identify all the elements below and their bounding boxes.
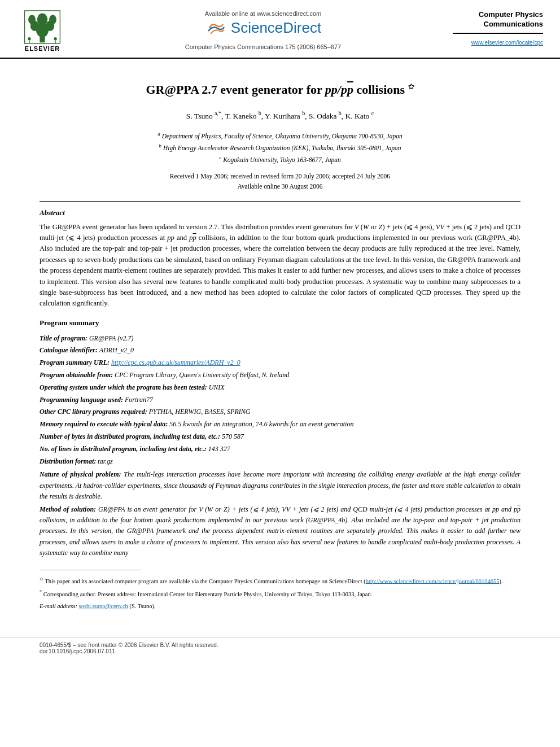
program-summary-heading: Program summary bbox=[40, 318, 520, 327]
header-right: Computer Physics Communications www.else… bbox=[453, 10, 543, 46]
received-dates: Received 1 May 2006; received in revised… bbox=[40, 173, 520, 180]
abstract-text: The GR@PPA event generator has been upda… bbox=[40, 222, 520, 309]
section-divider bbox=[40, 201, 520, 202]
svg-point-6 bbox=[49, 15, 56, 24]
header: ELSEVIER Available online at www.science… bbox=[0, 0, 560, 59]
elsevier-logo: ELSEVIER bbox=[11, 10, 73, 52]
star-icon: ✩ bbox=[408, 82, 414, 91]
ps-other: Other CPC library programs required: PYT… bbox=[40, 407, 520, 418]
footnote-link-1[interactable]: http://www.sciencedirect.com/science/jou… bbox=[366, 578, 500, 584]
ps-url-link[interactable]: http://cpc.cs.qub.ac.uk/summaries/ADRH_v… bbox=[111, 359, 240, 366]
ps-url: Program summary URL: http://cpc.cs.qub.a… bbox=[40, 357, 520, 369]
journal-url[interactable]: www.elsevier.com/locate/cpc bbox=[471, 40, 543, 46]
footnote-email: E-mail address: soshi.tsuno@cern.ch (S. … bbox=[40, 602, 520, 611]
journal-name-center: Computer Physics Communications 175 (200… bbox=[185, 43, 341, 50]
svg-point-5 bbox=[28, 15, 36, 24]
ps-lines: No. of lines in distributed program, inc… bbox=[40, 444, 520, 455]
ps-catalogue: Catalogue identifier: ADRH_v2_0 bbox=[40, 345, 520, 356]
copyright-text: 0010-4655/$ – see front matter © 2006 El… bbox=[40, 642, 520, 648]
footnote-1: ✩ This paper and its associated computer… bbox=[40, 576, 520, 586]
svg-point-7 bbox=[28, 37, 31, 41]
ps-format: Distribution format: tar.gz bbox=[40, 456, 520, 468]
ps-os: Operating system under which the program… bbox=[40, 382, 520, 394]
svg-point-9 bbox=[54, 37, 57, 41]
sciencedirect-icon bbox=[205, 20, 228, 37]
program-summary: Program summary Title of program: GR@PPA… bbox=[40, 318, 520, 558]
bottom-bar: 0010-4655/$ – see front matter © 2006 El… bbox=[0, 637, 560, 654]
ps-bytes: Number of bytes in distributed program, … bbox=[40, 431, 520, 443]
footnote-divider bbox=[40, 570, 141, 570]
journal-title-right: Computer Physics Communications bbox=[479, 10, 543, 29]
ps-title: Title of program: GR@PPA (v2.7) bbox=[40, 333, 520, 344]
footnote-2: * Corresponding author. Present address:… bbox=[40, 589, 520, 599]
abstract-heading: Abstract bbox=[40, 208, 520, 217]
available-online-article: Available online 30 August 2006 bbox=[40, 183, 520, 190]
page: ELSEVIER Available online at www.science… bbox=[0, 0, 560, 747]
elsevier-label: ELSEVIER bbox=[25, 45, 60, 52]
ps-memory: Memory required to execute with typical … bbox=[40, 419, 520, 430]
available-online-text: Available online at www.sciencedirect.co… bbox=[205, 10, 321, 17]
affiliations: a Department of Physics, Faculty of Scie… bbox=[40, 130, 520, 166]
article-title: GR@PPA 2.7 event generator for pp/pp col… bbox=[40, 81, 520, 99]
ps-lang: Programming language used: Fortran77 bbox=[40, 395, 520, 406]
doi-text: doi:10.1016/j.cpc.2006.07.011 bbox=[40, 648, 520, 654]
svg-point-4 bbox=[37, 14, 47, 26]
ps-obtainable: Program obtainable from: CPC Program Lib… bbox=[40, 370, 520, 381]
content-area: GR@PPA 2.7 event generator for pp/pp col… bbox=[0, 59, 560, 637]
header-center: Available online at www.sciencedirect.co… bbox=[73, 10, 453, 50]
elsevier-tree-icon bbox=[23, 10, 62, 44]
ps-method: Method of solution: GR@PPA is an event g… bbox=[40, 504, 520, 558]
ps-nature: Nature of physical problem: The multi-le… bbox=[40, 469, 520, 502]
footnote-email-link[interactable]: soshi.tsuno@cern.ch bbox=[79, 603, 128, 609]
elsevier-logo-area: ELSEVIER bbox=[11, 10, 73, 52]
sciencedirect-logo: ScienceDirect bbox=[205, 19, 321, 37]
sciencedirect-text: ScienceDirect bbox=[231, 19, 321, 37]
authors: S. Tsuno a,*, T. Kaneko b, Y. Kurihara b… bbox=[40, 109, 520, 122]
